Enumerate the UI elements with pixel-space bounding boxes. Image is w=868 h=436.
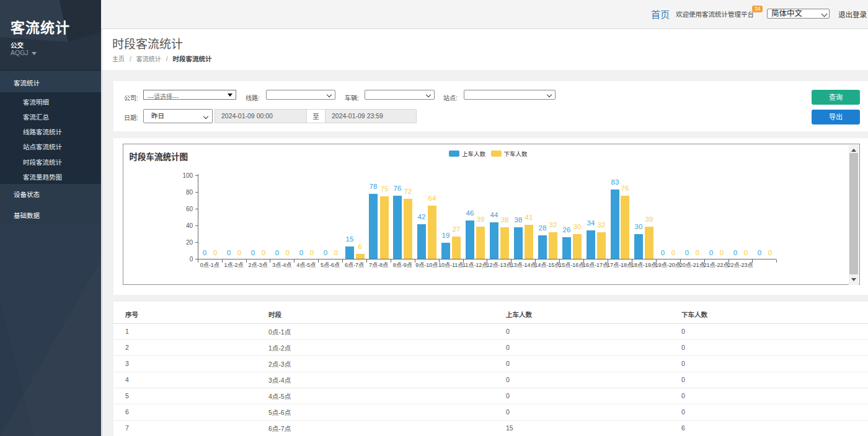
svg-text:2点-3点: 2点-3点 — [248, 262, 267, 268]
svg-text:7点-8点: 7点-8点 — [369, 262, 388, 268]
svg-text:30: 30 — [574, 223, 582, 230]
svg-text:6: 6 — [358, 243, 362, 250]
svg-text:34: 34 — [587, 220, 595, 227]
svg-text:1点-2点: 1点-2点 — [224, 262, 243, 268]
svg-text:75: 75 — [381, 185, 389, 193]
svg-text:0: 0 — [213, 249, 217, 256]
svg-text:0: 0 — [733, 249, 737, 256]
svg-text:39: 39 — [645, 216, 653, 223]
svg-text:38: 38 — [515, 216, 523, 224]
svg-text:42: 42 — [418, 213, 426, 220]
svg-text:14点-15点: 14点-15点 — [534, 262, 560, 268]
svg-text:46: 46 — [466, 209, 474, 217]
svg-text:15点-16点: 15点-16点 — [559, 262, 584, 268]
svg-text:30: 30 — [635, 223, 643, 230]
svg-text:76: 76 — [621, 185, 629, 192]
svg-text:0: 0 — [709, 249, 713, 256]
svg-text:21点-22点: 21点-22点 — [704, 262, 729, 268]
svg-text:39: 39 — [477, 216, 485, 223]
svg-text:3点-4点: 3点-4点 — [272, 262, 291, 268]
svg-text:0: 0 — [685, 249, 689, 256]
svg-text:0: 0 — [758, 249, 761, 256]
svg-text:13点-14点: 13点-14点 — [510, 262, 536, 268]
svg-text:20: 20 — [186, 239, 193, 246]
svg-text:0: 0 — [696, 249, 699, 256]
svg-text:0: 0 — [720, 249, 724, 256]
svg-text:0: 0 — [744, 249, 748, 256]
svg-text:27: 27 — [453, 225, 461, 233]
svg-text:11点-12点: 11点-12点 — [463, 262, 487, 268]
svg-text:76: 76 — [394, 185, 402, 192]
svg-text:22点-23点: 22点-23点 — [727, 262, 753, 268]
svg-text:9点-10点: 9点-10点 — [415, 262, 438, 268]
svg-text:16点-17点: 16点-17点 — [583, 262, 608, 268]
svg-text:0: 0 — [768, 249, 772, 256]
svg-text:8点-9点: 8点-9点 — [393, 262, 412, 268]
svg-text:38: 38 — [501, 216, 509, 224]
svg-text:0: 0 — [251, 249, 255, 256]
svg-text:0: 0 — [324, 249, 327, 256]
svg-text:0: 0 — [227, 249, 231, 256]
svg-text:83: 83 — [611, 179, 619, 186]
svg-text:32: 32 — [598, 221, 606, 229]
svg-text:60: 60 — [186, 206, 193, 212]
svg-text:17点-18点: 17点-18点 — [607, 262, 632, 268]
svg-text:0: 0 — [310, 249, 314, 256]
svg-text:78: 78 — [370, 183, 378, 190]
svg-text:0: 0 — [671, 249, 675, 256]
svg-text:0: 0 — [661, 249, 665, 256]
svg-text:80: 80 — [186, 189, 193, 196]
svg-text:0: 0 — [275, 249, 279, 256]
svg-text:19: 19 — [442, 232, 450, 240]
svg-text:19点-20点: 19点-20点 — [655, 262, 681, 268]
svg-text:32: 32 — [549, 221, 557, 229]
svg-text:0: 0 — [203, 249, 206, 256]
svg-text:40: 40 — [186, 222, 193, 229]
svg-text:28: 28 — [539, 225, 547, 232]
svg-text:15: 15 — [346, 235, 354, 243]
svg-text:0: 0 — [334, 249, 338, 256]
svg-text:10点-11点: 10点-11点 — [438, 262, 463, 268]
svg-text:0: 0 — [299, 249, 303, 256]
svg-text:0点-1点: 0点-1点 — [200, 262, 219, 268]
svg-text:20点-21点: 20点-21点 — [680, 262, 705, 268]
svg-text:44: 44 — [490, 211, 498, 219]
svg-text:72: 72 — [404, 188, 412, 195]
svg-text:64: 64 — [428, 194, 436, 202]
svg-text:6点-7点: 6点-7点 — [345, 262, 364, 268]
svg-text:100: 100 — [183, 172, 193, 179]
svg-text:0: 0 — [237, 249, 241, 256]
svg-text:41: 41 — [525, 214, 533, 221]
svg-text:5点-6点: 5点-6点 — [321, 262, 340, 268]
svg-text:4点-5点: 4点-5点 — [296, 262, 316, 268]
svg-text:0: 0 — [190, 256, 193, 263]
svg-text:12点-13点: 12点-13点 — [486, 262, 512, 268]
svg-text:18点-19点: 18点-19点 — [631, 262, 657, 268]
svg-text:26: 26 — [563, 226, 571, 233]
svg-text:0: 0 — [262, 249, 265, 256]
svg-text:0: 0 — [286, 249, 290, 256]
